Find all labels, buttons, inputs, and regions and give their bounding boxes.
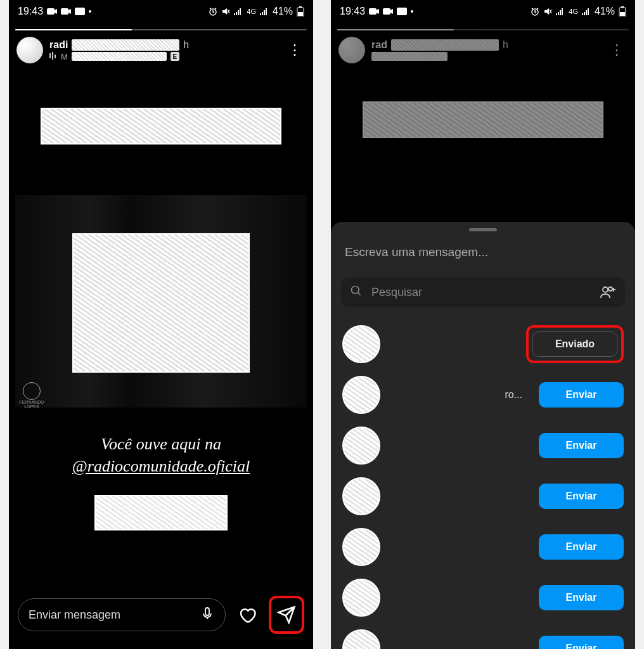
send-button[interactable]: Enviar	[539, 585, 624, 610]
send-button[interactable]: Enviar	[539, 433, 624, 458]
network-label: 4G	[569, 8, 578, 15]
more-icon: ⋮	[606, 42, 628, 58]
explicit-badge-icon: E	[171, 52, 179, 61]
story-view-screen: 19:43 4G 4	[9, 0, 313, 649]
profile-avatar[interactable]	[16, 37, 43, 63]
svg-rect-6	[238, 10, 239, 15]
svg-rect-24	[558, 12, 559, 15]
redacted-text	[391, 39, 499, 51]
network-label: 4G	[247, 8, 256, 15]
signal-icon	[582, 8, 591, 15]
status-bar: 19:43 4G 4	[9, 0, 313, 23]
battery-icon	[619, 6, 626, 16]
svg-rect-10	[264, 10, 265, 15]
contact-avatar[interactable]	[342, 477, 380, 515]
contact-avatar[interactable]	[342, 579, 380, 617]
mic-icon[interactable]	[200, 606, 215, 624]
contact-row: Enviar	[331, 420, 635, 471]
svg-rect-15	[49, 53, 51, 58]
music-sticker[interactable]	[94, 495, 228, 530]
search-input[interactable]: Pesquisar	[341, 277, 625, 307]
watermark-label: FERNANDO LOPES	[18, 400, 46, 409]
username: rad	[371, 39, 387, 51]
story-time: h	[183, 39, 189, 51]
camera-icon	[369, 8, 379, 15]
svg-rect-21	[397, 8, 407, 15]
send-button[interactable]: Enviar	[539, 484, 624, 509]
svg-rect-26	[562, 8, 563, 15]
status-bar: 19:43 4G 41%	[331, 0, 635, 23]
svg-rect-14	[298, 12, 303, 16]
contact-avatar[interactable]	[342, 325, 380, 363]
contact-avatar[interactable]	[342, 376, 380, 414]
svg-rect-30	[588, 8, 589, 15]
mute-icon	[221, 7, 230, 16]
svg-rect-33	[620, 12, 625, 16]
mute-icon	[543, 7, 552, 16]
contact-row: Enviado	[331, 319, 635, 369]
send-button[interactable]: Enviar	[539, 636, 624, 649]
reply-placeholder: Enviar mensagem	[29, 608, 120, 622]
mention-sticker[interactable]	[41, 108, 281, 145]
svg-rect-9	[262, 12, 263, 15]
story-header: radi h M E ⋮	[9, 30, 313, 70]
username[interactable]: radi	[49, 39, 68, 51]
more-icon[interactable]: ⋮	[284, 42, 306, 58]
create-group-button[interactable]	[591, 276, 626, 309]
redacted-text	[72, 52, 167, 61]
write-message-input[interactable]: Escreva uma mensagem...	[331, 231, 635, 277]
svg-rect-17	[55, 55, 56, 58]
app-badge-icon	[397, 8, 407, 15]
music-bars-icon	[49, 52, 57, 61]
contact-row: Enviar	[331, 471, 635, 522]
svg-rect-2	[75, 8, 85, 15]
svg-point-36	[609, 287, 612, 291]
redacted-overlay	[72, 233, 250, 373]
svg-rect-20	[383, 8, 390, 15]
search-icon	[350, 285, 363, 300]
profile-avatar	[338, 37, 365, 63]
svg-rect-1	[61, 8, 68, 15]
send-button[interactable]: Enviar	[539, 382, 624, 408]
signal-icon	[260, 8, 269, 15]
story-time: h	[503, 39, 508, 51]
contacts-list: Enviado ro... Enviar Enviar Enviar	[331, 319, 635, 649]
sent-button[interactable]: Enviado	[532, 331, 617, 357]
svg-rect-16	[52, 52, 53, 60]
status-time: 19:43	[340, 6, 365, 17]
contact-row: Enviar	[331, 623, 635, 649]
story-progress-bar[interactable]	[15, 29, 307, 30]
contact-row: ro... Enviar	[331, 369, 635, 420]
svg-rect-25	[560, 10, 561, 15]
contact-avatar[interactable]	[342, 629, 380, 649]
watermark-icon	[23, 382, 41, 400]
send-button[interactable]: Enviar	[539, 534, 624, 560]
camera-icon	[61, 8, 71, 15]
like-button[interactable]	[235, 602, 260, 627]
reply-input[interactable]: Enviar mensagem	[18, 598, 226, 631]
battery-percent: 41%	[273, 6, 293, 17]
svg-rect-0	[47, 8, 55, 15]
svg-rect-27	[582, 13, 583, 15]
svg-rect-32	[621, 6, 624, 8]
story-caption: Você ouve aqui na @radiocomunidade.ofici…	[9, 433, 313, 477]
story-content[interactable]: FERNANDO LOPES Você ouve aqui na @radioc…	[9, 108, 313, 636]
notification-dot-icon	[89, 10, 91, 13]
svg-rect-13	[299, 6, 302, 8]
highlight-annotation: Enviado	[526, 325, 624, 363]
alarm-icon	[209, 7, 217, 16]
share-sheet-screen: 19:43 4G 41% rad h	[331, 0, 635, 649]
camera-icon	[383, 8, 393, 15]
contact-avatar[interactable]	[342, 427, 380, 465]
alarm-icon	[531, 7, 539, 16]
battery-percent: 41%	[595, 6, 615, 17]
notification-dot-icon	[411, 10, 413, 13]
mention-sticker	[363, 101, 603, 138]
contact-name: ro...	[390, 389, 529, 401]
svg-rect-8	[260, 13, 261, 15]
contact-avatar[interactable]	[342, 528, 380, 566]
share-button[interactable]	[274, 602, 299, 627]
redacted-text	[371, 52, 448, 61]
svg-rect-18	[205, 608, 209, 615]
status-time: 19:43	[18, 6, 43, 17]
